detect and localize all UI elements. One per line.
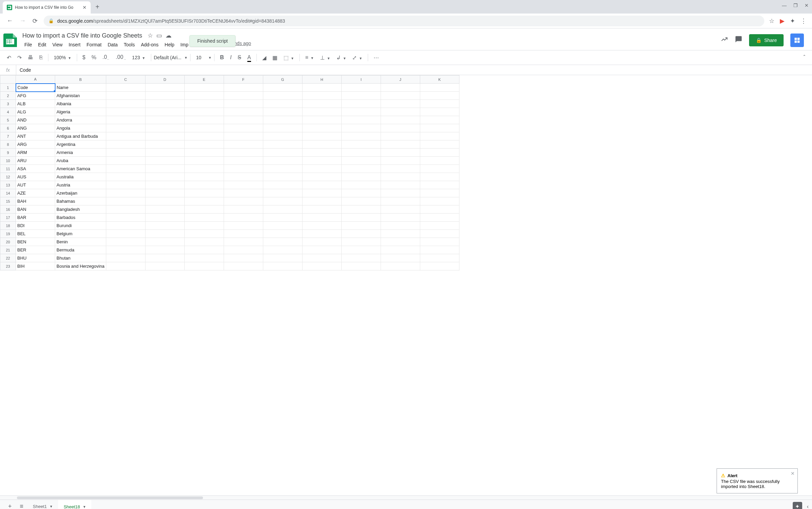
borders-icon[interactable]: ▦ bbox=[270, 52, 280, 63]
bold-icon[interactable]: B bbox=[217, 52, 227, 63]
cell[interactable] bbox=[184, 205, 224, 214]
cell[interactable] bbox=[420, 214, 459, 222]
cell[interactable] bbox=[106, 173, 145, 181]
cell[interactable]: Angola bbox=[55, 124, 106, 132]
cell[interactable] bbox=[224, 173, 263, 181]
cell[interactable] bbox=[106, 181, 145, 189]
cell[interactable]: Code bbox=[16, 84, 55, 92]
cell[interactable] bbox=[106, 262, 145, 270]
row-header[interactable]: 4 bbox=[0, 108, 16, 116]
row-header[interactable]: 18 bbox=[0, 222, 16, 230]
cell[interactable]: Australia bbox=[55, 173, 106, 181]
cell[interactable]: Afghanistan bbox=[55, 92, 106, 100]
undo-icon[interactable]: ↶ bbox=[4, 52, 14, 63]
menu-file[interactable]: File bbox=[22, 41, 35, 49]
cell[interactable] bbox=[263, 149, 302, 157]
cell[interactable] bbox=[184, 124, 224, 132]
row-header[interactable]: 8 bbox=[0, 140, 16, 149]
cell[interactable] bbox=[302, 197, 341, 205]
cell[interactable] bbox=[420, 149, 459, 157]
cell[interactable] bbox=[224, 254, 263, 262]
cell[interactable] bbox=[145, 116, 184, 124]
cell[interactable] bbox=[106, 100, 145, 108]
collapse-toolbar-icon[interactable]: ˆ bbox=[801, 52, 808, 63]
cell[interactable] bbox=[381, 124, 420, 132]
cell[interactable] bbox=[224, 230, 263, 238]
cell[interactable] bbox=[381, 181, 420, 189]
cell[interactable]: ARG bbox=[16, 140, 55, 149]
cell[interactable]: ARM bbox=[16, 149, 55, 157]
cell[interactable] bbox=[184, 197, 224, 205]
row-header[interactable]: 7 bbox=[0, 132, 16, 140]
cell[interactable] bbox=[381, 140, 420, 149]
cell[interactable] bbox=[184, 246, 224, 254]
cell[interactable] bbox=[263, 197, 302, 205]
cell[interactable] bbox=[145, 197, 184, 205]
cell[interactable] bbox=[381, 222, 420, 230]
cell[interactable] bbox=[106, 222, 145, 230]
cell[interactable] bbox=[184, 165, 224, 173]
column-header-C[interactable]: C bbox=[106, 75, 145, 84]
cell[interactable] bbox=[184, 108, 224, 116]
cell[interactable] bbox=[106, 92, 145, 100]
all-sheets-icon[interactable]: ≡ bbox=[16, 500, 28, 509]
row-header[interactable]: 9 bbox=[0, 149, 16, 157]
cell[interactable] bbox=[263, 238, 302, 246]
cell[interactable]: Aruba bbox=[55, 157, 106, 165]
row-header[interactable]: 13 bbox=[0, 181, 16, 189]
cell[interactable] bbox=[263, 108, 302, 116]
row-header[interactable]: 22 bbox=[0, 254, 16, 262]
cell[interactable]: AUS bbox=[16, 173, 55, 181]
menu-insert[interactable]: Insert bbox=[66, 41, 83, 49]
cell[interactable] bbox=[106, 254, 145, 262]
star-icon[interactable]: ☆ bbox=[769, 17, 774, 25]
cell[interactable]: Bangladesh bbox=[55, 205, 106, 214]
cell[interactable] bbox=[106, 214, 145, 222]
move-doc-icon[interactable]: ▭ bbox=[156, 32, 162, 39]
cell[interactable] bbox=[145, 222, 184, 230]
cell[interactable] bbox=[184, 157, 224, 165]
cell[interactable] bbox=[302, 254, 341, 262]
cell[interactable] bbox=[420, 108, 459, 116]
row-header[interactable]: 21 bbox=[0, 246, 16, 254]
spreadsheet-grid[interactable]: ABCDEFGHIJK1CodeName2AFGAfghanistan3ALBA… bbox=[0, 75, 459, 270]
cell[interactable] bbox=[263, 246, 302, 254]
reload-icon[interactable]: ⟳ bbox=[29, 15, 41, 27]
currency-icon[interactable]: $ bbox=[80, 52, 88, 63]
cell[interactable] bbox=[145, 181, 184, 189]
cell[interactable] bbox=[263, 173, 302, 181]
cell[interactable] bbox=[420, 173, 459, 181]
cell[interactable] bbox=[381, 157, 420, 165]
row-header[interactable]: 5 bbox=[0, 116, 16, 124]
cell[interactable] bbox=[224, 132, 263, 140]
cell[interactable] bbox=[302, 84, 341, 92]
cell[interactable] bbox=[420, 116, 459, 124]
cell[interactable] bbox=[224, 238, 263, 246]
cell[interactable] bbox=[420, 246, 459, 254]
column-header-D[interactable]: D bbox=[145, 75, 184, 84]
cell[interactable]: Bahamas bbox=[55, 197, 106, 205]
cell[interactable] bbox=[263, 181, 302, 189]
cell[interactable] bbox=[420, 100, 459, 108]
cell[interactable] bbox=[381, 238, 420, 246]
cell[interactable] bbox=[341, 205, 381, 214]
cell[interactable] bbox=[341, 132, 381, 140]
cell[interactable] bbox=[145, 254, 184, 262]
cell[interactable] bbox=[106, 230, 145, 238]
cell[interactable] bbox=[184, 140, 224, 149]
cell[interactable]: AFG bbox=[16, 92, 55, 100]
cell[interactable] bbox=[224, 197, 263, 205]
cell[interactable] bbox=[302, 246, 341, 254]
row-header[interactable]: 2 bbox=[0, 92, 16, 100]
menu-view[interactable]: View bbox=[50, 41, 65, 49]
cell[interactable] bbox=[420, 205, 459, 214]
menu-edit[interactable]: Edit bbox=[36, 41, 49, 49]
column-header-I[interactable]: I bbox=[341, 75, 381, 84]
cell[interactable] bbox=[302, 173, 341, 181]
cell[interactable] bbox=[302, 149, 341, 157]
cell[interactable] bbox=[381, 165, 420, 173]
cell[interactable] bbox=[263, 124, 302, 132]
cell[interactable] bbox=[381, 92, 420, 100]
h-align-icon[interactable]: ≡ ▼ bbox=[302, 52, 317, 63]
cell[interactable]: Bosnia and Herzegovina bbox=[55, 262, 106, 270]
